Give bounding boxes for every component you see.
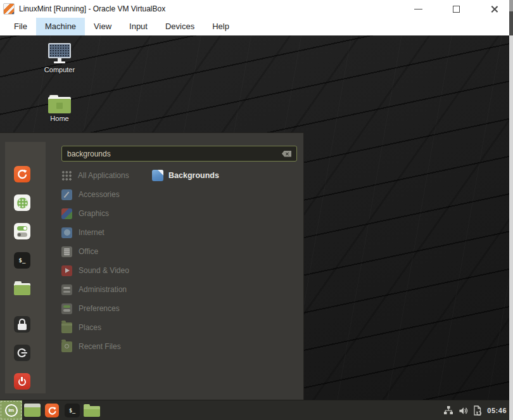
window-title: LinuxMint [Running] - Oracle VM VirtualB… — [19, 0, 165, 18]
accessories-icon — [61, 189, 72, 200]
desktop-icon-home[interactable]: Home — [38, 95, 81, 122]
firefox-icon[interactable] — [14, 166, 30, 182]
terminal-prompt-glyph: $_ — [69, 407, 75, 414]
menu-file[interactable]: File — [5, 18, 36, 35]
home-folder-icon — [48, 95, 71, 113]
category-internet[interactable]: Internet — [61, 223, 166, 242]
logout-icon[interactable] — [14, 345, 30, 361]
menu-view[interactable]: View — [85, 18, 120, 35]
category-office[interactable]: Office — [61, 242, 166, 261]
mint-menu-button[interactable]: lm — [0, 400, 22, 420]
category-label: Accessories — [79, 190, 120, 199]
virtualbox-vm-icon — [3, 3, 15, 15]
file-manager-icon[interactable] — [24, 404, 41, 417]
search-result-backgrounds[interactable]: Backgrounds — [152, 166, 219, 185]
category-label: Internet — [79, 228, 104, 237]
system-settings-icon[interactable] — [14, 223, 30, 239]
category-label: Sound & Video — [79, 266, 129, 275]
category-preferences[interactable]: Preferences — [61, 299, 166, 318]
category-recent-files[interactable]: Recent Files — [61, 337, 166, 356]
vm-display: Computer Home — [0, 35, 509, 420]
lock-screen-icon[interactable] — [14, 316, 30, 333]
sound-video-icon — [61, 265, 72, 276]
category-accessories[interactable]: Accessories — [61, 185, 166, 204]
minimize-icon — [414, 9, 422, 10]
menu-machine[interactable]: Machine — [36, 18, 85, 35]
desktop-icon-computer[interactable]: Computer — [38, 43, 81, 73]
menu-search-box — [61, 146, 297, 162]
menu-devices[interactable]: Devices — [156, 18, 203, 35]
category-administration[interactable]: Administration — [61, 280, 166, 299]
mint-logo-icon: lm — [5, 404, 18, 417]
category-graphics[interactable]: Graphics — [61, 204, 166, 223]
places-icon — [61, 322, 72, 333]
virtualbox-window: LinuxMint [Running] - Oracle VM VirtualB… — [0, 0, 513, 420]
office-icon — [61, 246, 72, 257]
firefox-icon[interactable] — [45, 404, 59, 417]
system-tray: 05:46 — [443, 400, 507, 420]
backspace-clear-icon[interactable] — [282, 151, 291, 157]
category-places[interactable]: Places — [61, 318, 166, 337]
background-window-edge — [509, 0, 513, 420]
category-label: Preferences — [79, 304, 120, 313]
taskbar-clock[interactable]: 05:46 — [487, 407, 507, 414]
category-all-applications[interactable]: All Applications — [61, 166, 166, 185]
taskbar-panel: lm $_ — [0, 400, 509, 420]
mint-menu-sidebar: $_ — [5, 142, 46, 393]
category-label: Graphics — [79, 209, 109, 218]
category-label: Office — [79, 247, 98, 256]
close-button[interactable] — [483, 0, 505, 18]
recent-files-icon — [61, 341, 72, 352]
computer-monitor-icon — [48, 43, 72, 65]
category-label: Administration — [79, 285, 127, 294]
search-input[interactable] — [62, 150, 282, 158]
window-titlebar: LinuxMint [Running] - Oracle VM VirtualB… — [0, 0, 509, 18]
software-manager-icon[interactable] — [14, 194, 30, 211]
shutdown-icon[interactable] — [14, 373, 30, 390]
administration-icon — [61, 284, 72, 295]
files-icon[interactable] — [14, 281, 30, 297]
maximize-button[interactable] — [445, 0, 467, 18]
terminal-icon[interactable]: $_ — [65, 404, 80, 417]
internet-icon — [61, 227, 72, 238]
update-manager-icon[interactable] — [473, 405, 482, 416]
apps-grid-icon — [61, 170, 72, 181]
menu-input[interactable]: Input — [120, 18, 156, 35]
files-folder-icon[interactable] — [84, 404, 100, 417]
graphics-icon — [61, 208, 72, 219]
mint-menu-panel: $_ — [0, 133, 303, 400]
network-icon[interactable] — [443, 405, 453, 416]
desktop-icon-label: Computer — [38, 66, 81, 73]
preferences-icon — [61, 303, 72, 314]
minimize-button[interactable] — [407, 0, 429, 18]
mint-logo-text: lm — [8, 407, 13, 413]
backgrounds-wallpaper-icon — [152, 170, 163, 181]
vbox-menubar: File Machine View Input Devices Help — [0, 18, 513, 35]
maximize-icon — [453, 6, 460, 13]
desktop-icon-label: Home — [38, 115, 81, 122]
category-label: All Applications — [78, 171, 129, 180]
result-label: Backgrounds — [168, 171, 219, 180]
category-label: Places — [79, 323, 101, 332]
close-icon — [490, 5, 498, 13]
category-label: Recent Files — [79, 342, 121, 351]
volume-icon[interactable] — [459, 406, 468, 416]
terminal-prompt-glyph: $_ — [19, 257, 26, 264]
terminal-icon[interactable]: $_ — [14, 252, 30, 269]
category-sound-video[interactable]: Sound & Video — [61, 261, 166, 280]
menu-help[interactable]: Help — [203, 18, 238, 35]
